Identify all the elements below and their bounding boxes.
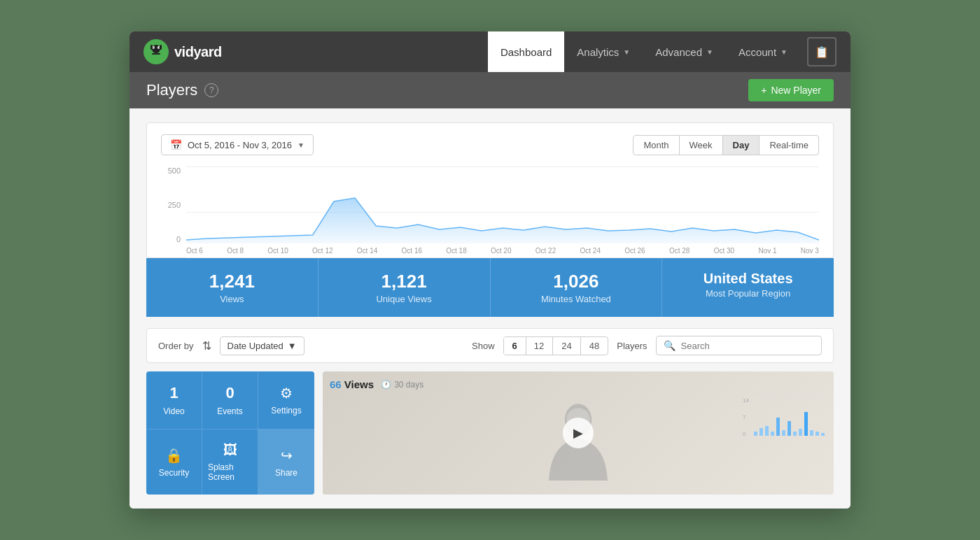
y-label-250: 250	[161, 201, 181, 209]
nav-item-dashboard[interactable]: Dashboard	[488, 31, 564, 72]
x-label: Oct 6	[186, 247, 203, 255]
svg-rect-19	[771, 432, 774, 436]
svg-rect-23	[793, 432, 797, 436]
stat-minutes-value: 1,026	[499, 271, 654, 292]
show-12[interactable]: 12	[526, 337, 553, 355]
x-label: Oct 14	[357, 247, 377, 255]
search-box[interactable]: 🔍	[656, 336, 822, 355]
show-label: Show	[472, 341, 495, 351]
settings-icon: ⚙	[280, 385, 293, 402]
x-label: Oct 20	[491, 247, 511, 255]
sub-header: Players ? + New Player	[130, 72, 850, 108]
svg-rect-26	[810, 430, 813, 436]
main-content: 📅 Oct 5, 2016 - Nov 3, 2016 ▼ Month Week…	[130, 108, 850, 509]
player-menu-video[interactable]: 1 Video	[146, 371, 202, 429]
calendar-icon: 📅	[170, 139, 182, 150]
chart-area: 500 250 0	[161, 166, 819, 257]
vidyard-logo-icon	[144, 39, 169, 64]
new-player-label: New Player	[771, 85, 821, 96]
image-icon: 🖼	[223, 442, 237, 458]
nav-item-analytics[interactable]: Analytics ▼	[564, 31, 643, 72]
show-24[interactable]: 24	[553, 337, 580, 355]
logo-text: vidyard	[174, 44, 222, 60]
x-label: Oct 10	[267, 247, 288, 255]
stat-views-label: Views	[155, 294, 309, 304]
stat-minutes-label: Minutes Watched	[499, 294, 654, 304]
x-label: Oct 30	[714, 247, 734, 255]
stat-region-label: Most Popular Region	[671, 288, 825, 299]
show-6[interactable]: 6	[503, 336, 526, 355]
time-btn-week[interactable]: Week	[679, 135, 723, 155]
browser-window: vidyard Dashboard Analytics ▼ Advanced ▼…	[130, 31, 850, 509]
stat-region-value: United States	[671, 271, 825, 287]
days-label: 30 days	[394, 380, 424, 390]
time-btn-day[interactable]: Day	[722, 135, 760, 155]
show-numbers-group: 6 12 24 48	[503, 336, 609, 355]
settings-label: Settings	[271, 406, 301, 415]
time-btn-realtime[interactable]: Real-time	[759, 135, 819, 155]
svg-rect-17	[760, 428, 763, 436]
mini-chart-svg: 14 7 0	[743, 397, 827, 439]
nav-item-account[interactable]: Account ▼	[726, 31, 800, 72]
splash-label: Splash Screen	[208, 462, 252, 482]
svg-rect-18	[765, 426, 769, 436]
clipboard-icon-button[interactable]: 📋	[807, 37, 836, 66]
new-player-button[interactable]: + New Player	[748, 79, 834, 101]
nav-label-dashboard: Dashboard	[500, 46, 552, 58]
show-48[interactable]: 48	[581, 337, 608, 355]
players-grid: 1 Video 0 Events ⚙ Settings �	[146, 371, 834, 495]
security-label: Security	[159, 468, 189, 478]
events-count: 0	[225, 384, 234, 402]
y-label-500: 500	[161, 166, 181, 175]
nav-label-account: Account	[738, 46, 776, 58]
time-filter-group: Month Week Day Real-time	[633, 135, 819, 155]
sort-icon[interactable]: ⇅	[202, 339, 211, 353]
player-menu-splash[interactable]: 🖼 Splash Screen	[202, 429, 258, 495]
thumb-views: 66 Views	[330, 378, 374, 390]
stat-region: United States Most Popular Region	[662, 258, 834, 317]
y-label-0: 0	[161, 235, 181, 243]
thumb-views-label: Views	[344, 378, 374, 390]
svg-rect-25	[804, 412, 808, 436]
chevron-down-icon: ▼	[780, 48, 788, 56]
player-card-menu: 1 Video 0 Events ⚙ Settings �	[146, 371, 314, 495]
player-menu-settings[interactable]: ⚙ Settings	[258, 371, 314, 429]
thumb-stats: 66 Views 🕐 30 days	[330, 378, 424, 390]
nav-item-advanced[interactable]: Advanced ▼	[643, 31, 726, 72]
page-title: Players	[146, 81, 197, 99]
search-icon: 🔍	[664, 340, 676, 351]
x-label: Oct 18	[446, 247, 466, 255]
nav-logo: vidyard	[144, 39, 222, 64]
svg-rect-27	[816, 432, 819, 436]
search-input[interactable]	[681, 341, 814, 351]
page-title-area: Players ?	[146, 81, 218, 99]
svg-rect-8	[160, 45, 162, 50]
thumb-views-count: 66	[330, 378, 342, 390]
date-range-label: Oct 5, 2016 - Nov 3, 2016	[188, 140, 292, 150]
player-menu-events[interactable]: 0 Events	[202, 371, 258, 429]
player-menu-share[interactable]: ↪ Share	[258, 429, 314, 495]
play-button[interactable]: ▶	[563, 418, 594, 448]
date-updated-dropdown[interactable]: Date Updated ▼	[220, 336, 304, 355]
chevron-down-icon: ▼	[298, 141, 304, 149]
filter-bar: Order by ⇅ Date Updated ▼ Show 6 12 24 4…	[146, 328, 834, 363]
time-btn-month[interactable]: Month	[633, 135, 679, 155]
nav-label-advanced: Advanced	[655, 46, 702, 58]
nav-bar: vidyard Dashboard Analytics ▼ Advanced ▼…	[130, 31, 850, 72]
svg-rect-7	[150, 45, 153, 50]
video-count: 1	[169, 384, 178, 402]
player-menu-security[interactable]: 🔒 Security	[146, 429, 202, 495]
svg-rect-28	[821, 433, 825, 436]
help-icon[interactable]: ?	[204, 83, 218, 97]
player-menu-card: 1 Video 0 Events ⚙ Settings �	[146, 371, 314, 495]
stat-views: 1,241 Views	[146, 258, 318, 317]
x-label: Oct 24	[580, 247, 600, 255]
events-label: Events	[217, 406, 243, 416]
date-updated-label: Date Updated	[227, 341, 284, 351]
chart-section: 📅 Oct 5, 2016 - Nov 3, 2016 ▼ Month Week…	[146, 122, 834, 258]
date-picker[interactable]: 📅 Oct 5, 2016 - Nov 3, 2016 ▼	[161, 134, 314, 155]
svg-text:14: 14	[743, 397, 749, 404]
x-label: Nov 1	[758, 247, 776, 255]
players-label: Players	[617, 341, 647, 351]
svg-rect-16	[754, 432, 757, 436]
